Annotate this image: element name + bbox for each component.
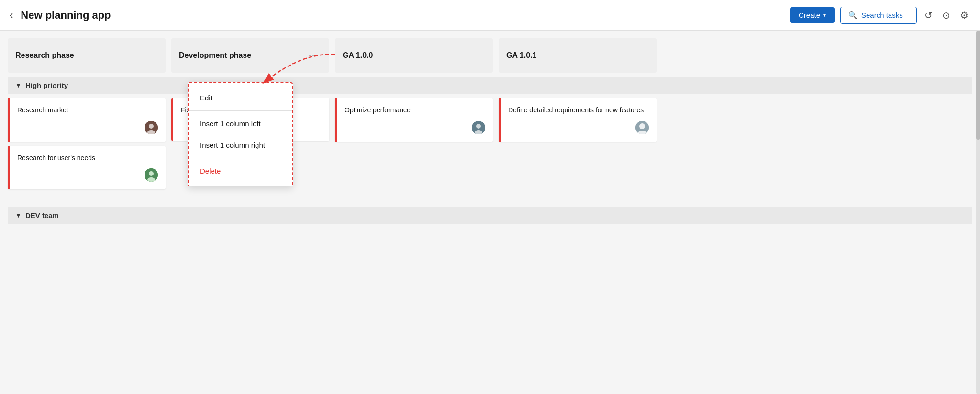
scrollbar-thumb[interactable]	[976, 31, 980, 140]
column-title-ga100: GA 1.0.0	[343, 51, 373, 60]
create-button[interactable]: Create ▾	[790, 7, 835, 23]
header: ‹ New planning app Create ▾ 🔍 Search tas…	[0, 0, 980, 31]
group-row-dev-team[interactable]: ▼ DEV team	[8, 207, 972, 224]
col-ga101: GA 1.0.1	[499, 38, 657, 73]
scrollbar-track[interactable]	[976, 31, 980, 394]
search-icon: 🔍	[848, 11, 858, 20]
context-menu: Edit Insert 1 column left Insert 1 colum…	[188, 82, 293, 186]
context-menu-insert-right[interactable]: Insert 1 column right	[189, 134, 292, 156]
task-footer-2	[17, 168, 158, 182]
task-title-research-market: Research market	[17, 106, 158, 115]
back-button[interactable]: ‹	[10, 10, 13, 21]
avatar-define	[635, 121, 649, 134]
refresh-button[interactable]: ↺	[923, 8, 935, 23]
col-research: Research phase	[8, 38, 166, 73]
create-label: Create	[799, 11, 820, 19]
avatar-research-market	[145, 121, 158, 134]
task-title-optimize: Optimize performance	[345, 106, 485, 115]
column-header-development: Development phase ···	[171, 38, 329, 73]
avatar-optimize	[472, 121, 485, 134]
column-more-button-development[interactable]: ···	[306, 50, 322, 62]
col-ga100-cards: Optimize performance	[335, 98, 493, 189]
context-menu-divider-1	[189, 110, 292, 111]
task-card-research-market: Research market	[8, 98, 166, 142]
page-title: New planning app	[21, 9, 782, 22]
avatar-research-user	[145, 168, 158, 182]
group-label-dev-team: DEV team	[25, 211, 59, 219]
column-title-research: Research phase	[15, 51, 74, 60]
board: Research phase Development phase ··· GA …	[0, 31, 980, 394]
column-title-development: Development phase	[179, 51, 251, 60]
help-button[interactable]: ⊙	[940, 8, 952, 23]
svg-point-1	[149, 124, 154, 129]
settings-icon: ⚙	[960, 10, 969, 21]
group-collapse-icon-dev: ▼	[15, 212, 22, 219]
chevron-down-icon: ▾	[823, 12, 826, 19]
task-card-optimize: Optimize performance	[335, 98, 493, 142]
column-headers-row: Research phase Development phase ··· GA …	[8, 38, 972, 73]
group-label-high-priority: High priority	[25, 81, 68, 89]
refresh-icon: ↺	[924, 10, 933, 21]
group-row-high-priority[interactable]: ▼ High priority	[8, 77, 972, 94]
search-button[interactable]: 🔍 Search tasks	[840, 7, 917, 24]
col-ga100: GA 1.0.0	[335, 38, 493, 73]
svg-point-7	[476, 124, 481, 129]
help-icon: ⊙	[942, 10, 950, 21]
col-ga101-cards: Define detailed requirements for new fea…	[499, 98, 657, 189]
context-menu-divider-2	[189, 158, 292, 158]
task-footer-optimize	[345, 121, 485, 134]
column-header-ga100: GA 1.0.0	[335, 38, 493, 73]
svg-point-4	[149, 171, 154, 176]
task-card-research-user: Research for user's needs	[8, 146, 166, 190]
task-card-define: Define detailed requirements for new fea…	[499, 98, 657, 142]
column-title-ga101: GA 1.0.1	[506, 51, 536, 60]
task-footer-define	[508, 121, 649, 134]
column-header-research: Research phase	[8, 38, 166, 73]
settings-button[interactable]: ⚙	[958, 8, 970, 23]
col-research-cards: Research market Research for user's need…	[8, 98, 166, 189]
task-title-define: Define detailed requirements for new fea…	[508, 106, 649, 115]
cards-row-high-priority: Research market Research for user's need…	[8, 98, 972, 189]
task-title-research-user: Research for user's needs	[17, 153, 158, 163]
svg-point-10	[639, 123, 645, 129]
context-menu-insert-left[interactable]: Insert 1 column left	[189, 113, 292, 134]
task-footer	[17, 121, 158, 134]
col-development: Development phase ···	[171, 38, 329, 73]
search-label: Search tasks	[861, 11, 903, 19]
column-header-ga101: GA 1.0.1	[499, 38, 657, 73]
context-menu-edit[interactable]: Edit	[189, 87, 292, 109]
context-menu-delete[interactable]: Delete	[189, 160, 292, 182]
header-actions: Create ▾ 🔍 Search tasks ↺ ⊙ ⚙	[790, 7, 970, 24]
group-collapse-icon: ▼	[15, 82, 22, 89]
board-main: Research phase Development phase ··· GA …	[8, 38, 972, 386]
